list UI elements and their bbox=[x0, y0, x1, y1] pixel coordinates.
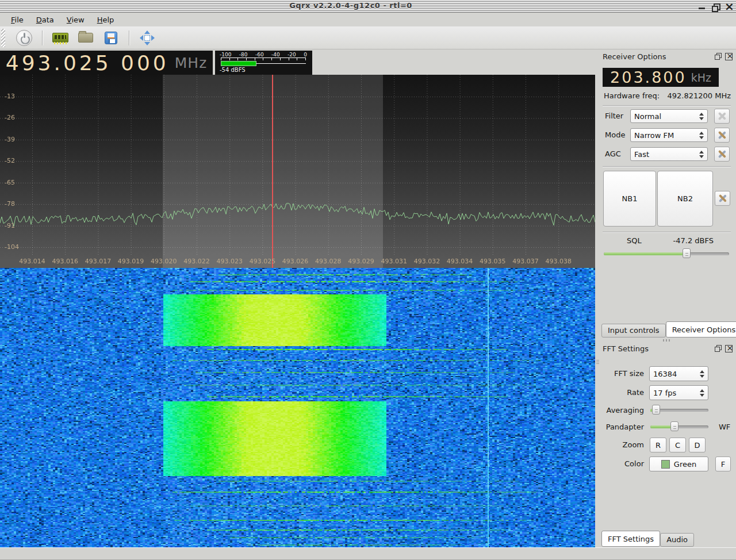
save-file-button[interactable] bbox=[101, 29, 121, 47]
meter-level-label: -54 dBFS bbox=[220, 67, 309, 73]
signal-strength-meter: -100-80-60-40-200 -54 dBFS bbox=[215, 51, 312, 75]
toolbar bbox=[0, 26, 736, 49]
rate-select[interactable]: 17 fps bbox=[649, 385, 708, 400]
toolbar-separator bbox=[42, 30, 43, 45]
panadapter-spectrum[interactable]: -13-26-39-52-65-78-91-104 493.014493.016… bbox=[0, 75, 595, 268]
gqrx-window: Gqrx v2.2.0-4-g12c0 - rtl=0 FileDataView… bbox=[0, 0, 736, 560]
tab-audio[interactable]: Audio bbox=[660, 533, 694, 547]
tools-icon bbox=[718, 149, 727, 159]
power-icon bbox=[16, 30, 32, 46]
menu-file[interactable]: File bbox=[5, 14, 30, 26]
dock-close-icon[interactable] bbox=[725, 345, 733, 352]
offset-frequency-value[interactable]: 203.800 bbox=[610, 68, 687, 86]
move-arrows-icon bbox=[140, 30, 155, 45]
mode-select[interactable]: Narrow FM bbox=[630, 128, 708, 142]
color-select[interactable]: Green bbox=[649, 457, 708, 471]
nb1-button[interactable]: NB1 bbox=[603, 171, 656, 227]
menu-help[interactable]: Help bbox=[91, 14, 121, 26]
freq-tick-label: 493.038 bbox=[545, 258, 572, 265]
fill-toggle-button[interactable]: F bbox=[715, 457, 731, 471]
spinner-arrows-icon[interactable] bbox=[699, 132, 704, 139]
receiver-options-header: Receiver Options bbox=[601, 52, 736, 63]
vertical-splitter[interactable] bbox=[595, 49, 601, 547]
fft-settings-header: FFT Settings bbox=[601, 344, 736, 355]
agc-label: AGC bbox=[605, 149, 621, 158]
nb2-button[interactable]: NB2 bbox=[657, 171, 713, 227]
spinner-arrows-icon[interactable] bbox=[699, 113, 704, 120]
dock-float-icon[interactable] bbox=[715, 345, 722, 352]
zoom-c-label: C bbox=[675, 441, 680, 450]
zoom-demod-button[interactable]: D bbox=[689, 438, 706, 452]
filter-select[interactable]: Normal bbox=[630, 109, 708, 123]
menu-data[interactable]: Data bbox=[30, 14, 60, 26]
dock-close-icon[interactable] bbox=[725, 53, 733, 60]
db-tick-label: -52 bbox=[5, 157, 15, 164]
hardware-freq-label: Hardware freq: bbox=[604, 91, 660, 100]
meter-tick-label: -20 bbox=[288, 52, 296, 57]
zoom-center-button[interactable]: C bbox=[669, 438, 686, 452]
agc-select[interactable]: Fast bbox=[630, 147, 708, 161]
tuning-frequency-line[interactable] bbox=[272, 75, 273, 268]
tab-input-controls[interactable]: Input controls bbox=[601, 324, 666, 337]
dock-float-icon[interactable] bbox=[715, 53, 722, 60]
toolbar-grip[interactable] bbox=[1, 29, 5, 47]
status-bar bbox=[0, 547, 736, 560]
tools-icon bbox=[718, 112, 727, 121]
right-dock-panel: Receiver Options 203.800 kHz Hardware fr… bbox=[601, 49, 736, 547]
spinner-arrows-icon[interactable] bbox=[699, 151, 704, 158]
agc-tool-button[interactable] bbox=[714, 147, 730, 162]
minimize-icon[interactable] bbox=[697, 2, 706, 11]
io-devices-button[interactable] bbox=[51, 29, 70, 47]
sql-slider[interactable] bbox=[604, 248, 729, 258]
open-file-button[interactable] bbox=[76, 29, 95, 47]
pan-center-button[interactable] bbox=[137, 29, 157, 47]
freq-tick-label: 493.016 bbox=[52, 258, 78, 265]
spectrum-canvas[interactable] bbox=[0, 75, 595, 268]
meter-tick-label: -80 bbox=[239, 52, 248, 57]
zoom-d-label: D bbox=[694, 441, 700, 450]
zoom-reset-button[interactable]: R bbox=[650, 438, 666, 452]
splitter-handle[interactable] bbox=[663, 339, 671, 342]
menu-view[interactable]: View bbox=[60, 14, 91, 26]
floppy-disk-icon bbox=[105, 32, 117, 44]
power-button[interactable] bbox=[14, 29, 34, 47]
freq-tick-label: 493.019 bbox=[118, 258, 144, 265]
frequency-value[interactable]: 493.025 000 bbox=[6, 51, 169, 75]
db-tick-label: -26 bbox=[5, 114, 15, 121]
mode-tool-button[interactable] bbox=[714, 128, 730, 143]
tab-receiver-options[interactable]: Receiver Options bbox=[666, 321, 736, 337]
menu-bar: FileDataViewHelp bbox=[0, 13, 736, 26]
wf-label: WF bbox=[719, 423, 730, 431]
frequency-display[interactable]: 493.025 000 MHz bbox=[0, 51, 213, 75]
toolbar-separator bbox=[129, 30, 129, 45]
freq-tick-label: 493.022 bbox=[183, 258, 210, 265]
slider-handle[interactable] bbox=[670, 421, 678, 431]
slider-handle[interactable] bbox=[652, 405, 660, 415]
fft-size-label: FFT size bbox=[601, 369, 644, 378]
restore-icon[interactable] bbox=[711, 2, 719, 11]
waterfall-display[interactable] bbox=[0, 268, 595, 547]
averaging-slider[interactable] bbox=[650, 405, 708, 415]
spinner-arrows-icon[interactable] bbox=[700, 389, 704, 397]
nb-tool-button[interactable] bbox=[715, 191, 730, 206]
slider-handle[interactable] bbox=[683, 248, 691, 258]
f-button-label: F bbox=[721, 460, 725, 469]
filter-label: Filter bbox=[605, 112, 623, 120]
fft-size-select[interactable]: 16384 bbox=[649, 366, 708, 381]
freq-tick-label: 493.029 bbox=[348, 258, 374, 265]
bottom-tab-bar: FFT SettingsAudio bbox=[601, 530, 694, 547]
close-icon[interactable] bbox=[724, 2, 733, 11]
spinner-arrows-icon[interactable] bbox=[700, 370, 704, 378]
freq-tick-label: 493.037 bbox=[512, 258, 539, 265]
filter-tool-button bbox=[714, 109, 730, 124]
offset-frequency-display[interactable]: 203.800 kHz bbox=[603, 68, 719, 87]
meter-level-fill bbox=[221, 61, 256, 66]
tab-fft-settings[interactable]: FFT Settings bbox=[601, 531, 660, 547]
divider bbox=[603, 232, 731, 232]
db-tick-label: -104 bbox=[5, 243, 19, 251]
receiver-options-title: Receiver Options bbox=[603, 52, 666, 61]
filter-value: Normal bbox=[634, 112, 697, 121]
pandapter-slider[interactable] bbox=[650, 421, 708, 431]
title-bar[interactable]: Gqrx v2.2.0-4-g12c0 - rtl=0 bbox=[0, 0, 736, 13]
divider bbox=[603, 166, 731, 167]
